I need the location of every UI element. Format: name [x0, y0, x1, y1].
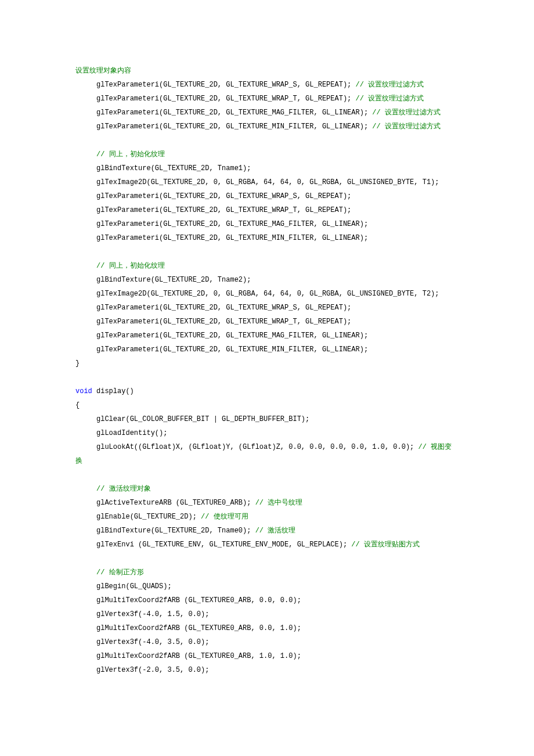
code-segment: } [75, 359, 80, 368]
indent [75, 443, 96, 451]
code-segment: glMultiTexCoord2fARB (GL_TEXTURE0_ARB, 0… [96, 596, 301, 604]
code-segment: // 设置纹理过滤方式 [351, 81, 424, 89]
indent [75, 610, 96, 618]
indent [75, 318, 96, 326]
code-line [75, 370, 459, 384]
indent [75, 81, 96, 89]
document-page: 设置纹理对象内容 glTexParameteri(GL_TEXTURE_2D, … [0, 0, 534, 756]
code-line: glTexParameteri(GL_TEXTURE_2D, GL_TEXTUR… [75, 78, 459, 92]
code-line: 换 [75, 454, 459, 468]
code-segment: glBindTexture(GL_TEXTURE_2D, Tname0); [96, 527, 251, 535]
indent [75, 164, 96, 172]
code-segment: glTexParameteri(GL_TEXTURE_2D, GL_TEXTUR… [96, 206, 351, 214]
indent [75, 345, 96, 354]
code-line: glTexParameteri(GL_TEXTURE_2D, GL_TEXTUR… [75, 189, 459, 203]
code-line: glActiveTextureARB (GL_TEXTURE0_ARB); //… [75, 496, 459, 510]
indent [75, 499, 96, 507]
code-segment: glTexImage2D(GL_TEXTURE_2D, 0, GL_RGBA, … [96, 178, 439, 186]
code-segment: glVertex3f(-4.0, 3.5, 0.0); [96, 638, 209, 646]
code-line: glTexParameteri(GL_TEXTURE_2D, GL_TEXTUR… [75, 106, 459, 120]
code-line: glTexParameteri(GL_TEXTURE_2D, GL_TEXTUR… [75, 315, 459, 329]
indent [75, 568, 96, 577]
code-segment: glLoadIdentity(); [96, 429, 167, 437]
code-line [75, 468, 459, 482]
code-line: // 激活纹理对象 [75, 482, 459, 496]
code-line: glTexParameteri(GL_TEXTURE_2D, GL_TEXTUR… [75, 217, 459, 231]
code-segment: glBegin(GL_QUADS); [96, 582, 172, 591]
code-segment [75, 136, 80, 145]
code-segment: // 激活纹理对象 [96, 485, 151, 493]
code-segment: glBindTexture(GL_TEXTURE_2D, Tname1); [96, 164, 251, 172]
code-segment [75, 471, 80, 479]
code-line: glBindTexture(GL_TEXTURE_2D, Tname1); [75, 161, 459, 175]
code-segment: // 设置纹理过滤方式 [368, 109, 441, 117]
code-line: glTexParameteri(GL_TEXTURE_2D, GL_TEXTUR… [75, 231, 459, 245]
code-block: 设置纹理对象内容 glTexParameteri(GL_TEXTURE_2D, … [75, 64, 459, 677]
code-line: glVertex3f(-4.0, 1.5, 0.0); [75, 607, 459, 621]
code-line: glLoadIdentity(); [75, 426, 459, 440]
code-line: { [75, 398, 459, 412]
code-line: glTexImage2D(GL_TEXTURE_2D, 0, GL_RGBA, … [75, 175, 459, 189]
code-segment: // 选中号纹理 [251, 499, 302, 507]
indent [75, 332, 96, 340]
indent [75, 485, 96, 493]
code-line: // 同上，初始化纹理 [75, 259, 459, 273]
indent [75, 652, 96, 660]
code-segment: glTexParameteri(GL_TEXTURE_2D, GL_TEXTUR… [96, 318, 351, 326]
code-line: glVertex3f(-2.0, 3.5, 0.0); [75, 663, 459, 677]
code-segment: glTexParameteri(GL_TEXTURE_2D, GL_TEXTUR… [96, 304, 351, 312]
code-segment [75, 555, 80, 563]
code-segment: glVertex3f(-2.0, 3.5, 0.0); [96, 666, 209, 674]
code-segment: glBindTexture(GL_TEXTURE_2D, Tname2); [96, 276, 251, 284]
indent [75, 304, 96, 312]
code-line [75, 245, 459, 259]
code-line: glBindTexture(GL_TEXTURE_2D, Tname0); //… [75, 524, 459, 538]
code-segment: // 使纹理可用 [197, 513, 248, 521]
code-segment: // 绘制正方形 [96, 568, 144, 577]
code-segment [75, 248, 80, 256]
code-segment: glTexParameteri(GL_TEXTURE_2D, GL_TEXTUR… [96, 332, 368, 340]
indent [75, 541, 96, 549]
code-line: // 同上，初始化纹理 [75, 147, 459, 161]
code-segment: // 同上，初始化纹理 [96, 262, 165, 270]
code-segment: glTexImage2D(GL_TEXTURE_2D, 0, GL_RGBA, … [96, 290, 439, 298]
indent [75, 582, 96, 591]
code-line: glMultiTexCoord2fARB (GL_TEXTURE0_ARB, 1… [75, 649, 459, 663]
indent [75, 262, 96, 270]
code-line: glVertex3f(-4.0, 3.5, 0.0); [75, 635, 459, 649]
code-line: glEnable(GL_TEXTURE_2D); // 使纹理可用 [75, 510, 459, 524]
code-line: glTexParameteri(GL_TEXTURE_2D, GL_TEXTUR… [75, 203, 459, 217]
indent [75, 513, 96, 521]
indent [75, 178, 96, 186]
code-line: glBegin(GL_QUADS); [75, 579, 459, 593]
indent [75, 596, 96, 604]
indent [75, 666, 96, 674]
code-segment: 换 [75, 457, 82, 465]
code-segment: glEnable(GL_TEXTURE_2D); [96, 513, 197, 521]
indent [75, 109, 96, 117]
code-segment: glTexParameteri(GL_TEXTURE_2D, GL_TEXTUR… [96, 345, 368, 354]
code-segment: // 设置纹理过滤方式 [351, 95, 424, 103]
code-line: glTexParameteri(GL_TEXTURE_2D, GL_TEXTUR… [75, 120, 459, 134]
code-line: } [75, 357, 459, 370]
code-segment: void [75, 387, 92, 395]
code-line: glMultiTexCoord2fARB (GL_TEXTURE0_ARB, 0… [75, 621, 459, 635]
indent [75, 220, 96, 228]
code-segment: // 设置纹理过滤方式 [368, 123, 441, 131]
code-line: glTexParameteri(GL_TEXTURE_2D, GL_TEXTUR… [75, 329, 459, 343]
indent [75, 234, 96, 242]
indent [75, 429, 96, 437]
indent [75, 290, 96, 298]
code-line: glTexParameteri(GL_TEXTURE_2D, GL_TEXTUR… [75, 343, 459, 357]
code-line: // 绘制正方形 [75, 566, 459, 579]
code-segment: glTexParameteri(GL_TEXTURE_2D, GL_TEXTUR… [96, 234, 368, 242]
code-line: gluLookAt((GLfloat)X, (GLfloat)Y, (GLflo… [75, 440, 459, 454]
code-line [75, 552, 459, 566]
code-line [75, 134, 459, 147]
code-segment: gluLookAt((GLfloat)X, (GLfloat)Y, (GLflo… [96, 443, 414, 451]
indent [75, 276, 96, 284]
code-segment: glTexEnvi (GL_TEXTURE_ENV, GL_TEXTURE_EN… [96, 541, 347, 549]
code-segment: // 激活纹理 [251, 527, 295, 535]
indent [75, 95, 96, 103]
code-segment: display() [92, 387, 134, 395]
